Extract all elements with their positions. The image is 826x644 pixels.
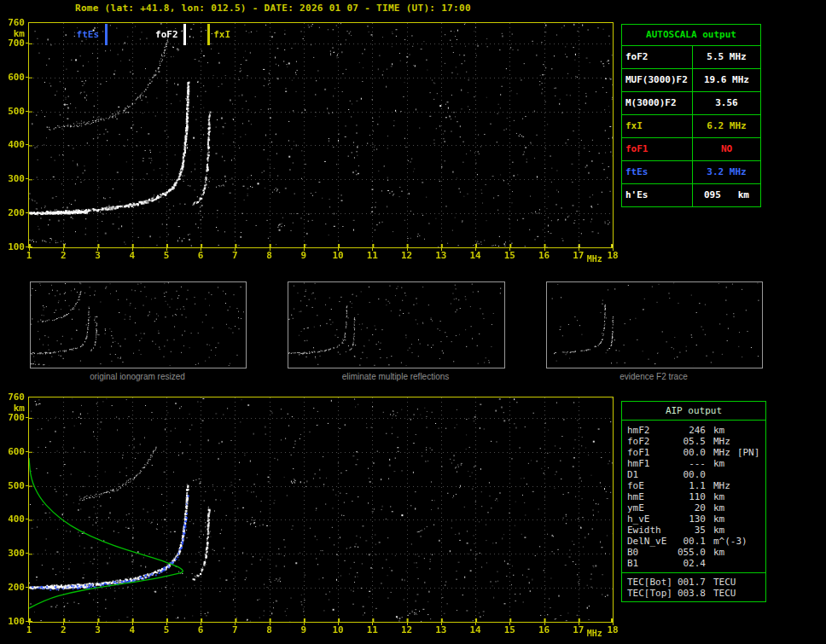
aip-row-unit bbox=[706, 558, 713, 569]
x-tick-mark bbox=[29, 248, 30, 251]
autoscala-rows: foF25.5 MHzMUF(3000)F219.6 MHzM(3000)F23… bbox=[622, 46, 760, 206]
x-tick-mark bbox=[97, 248, 98, 251]
autoscala-row-value: 5.5 MHz bbox=[693, 46, 760, 68]
aip-panel-title: AIP output bbox=[622, 402, 765, 421]
autoscala-row-value: 095 km bbox=[693, 184, 760, 206]
aip-row-label: foF2 bbox=[627, 436, 677, 447]
aip-row-unit: km bbox=[706, 458, 724, 469]
aip-row-unit: MHz bbox=[706, 480, 730, 491]
y-tick-label: 600 bbox=[1, 447, 25, 457]
marker-bar-ftEs bbox=[105, 24, 108, 45]
x-tick-label: 16 bbox=[538, 251, 551, 261]
x-tick-mark bbox=[613, 623, 614, 625]
y-tick-label: 100 bbox=[1, 242, 25, 252]
ionogram-plot-top: ftEsfoF2fxI bbox=[28, 22, 614, 248]
x-tick-mark bbox=[270, 623, 270, 625]
x-tick-label: 4 bbox=[125, 251, 139, 261]
y-tick-label: 200 bbox=[1, 208, 25, 218]
aip-row-unit bbox=[706, 469, 713, 480]
aip-row-value: 05.5 bbox=[677, 436, 706, 447]
aip-row-label: hmF1 bbox=[627, 458, 677, 469]
x-tick-mark bbox=[63, 623, 64, 625]
x-tick-mark bbox=[579, 623, 579, 625]
x-tick-label: 5 bbox=[160, 625, 173, 635]
thumbnail-f2-trace bbox=[546, 281, 763, 368]
y-tick-label: 400 bbox=[1, 514, 25, 525]
x-tick-label: 3 bbox=[90, 625, 104, 635]
x-tick-mark bbox=[509, 248, 510, 251]
thumbnail-caption-no-multiples: eliminate multiple reflections bbox=[288, 372, 503, 381]
x-tick-label: 15 bbox=[503, 625, 516, 635]
thumbnail-no-multiple-reflections bbox=[288, 281, 505, 368]
aip-row-value: 110 bbox=[677, 491, 706, 502]
aip-row-label: Ewidth bbox=[627, 525, 677, 536]
autoscala-row-value: 3.56 bbox=[693, 92, 760, 114]
aip-row-label: hmE bbox=[627, 491, 677, 502]
x-tick-label: 15 bbox=[503, 251, 516, 261]
y-tick-label: 100 bbox=[1, 617, 25, 627]
aip-row-value: 00.1 bbox=[677, 536, 706, 547]
autoscala-row-label: h'Es bbox=[622, 184, 693, 206]
y-tick-label: 400 bbox=[1, 140, 25, 150]
aip-row-label: B0 bbox=[627, 547, 677, 558]
aip-row-unit: km bbox=[706, 502, 724, 513]
thumbnail-f2-trace-canvas bbox=[547, 282, 760, 366]
thumbnail-original-ionogram bbox=[30, 281, 247, 368]
x-tick-mark bbox=[97, 623, 98, 625]
x-tick-label: 12 bbox=[400, 251, 414, 261]
ionogram-top-canvas bbox=[29, 23, 613, 247]
x-tick-label: 7 bbox=[228, 251, 241, 261]
aip-row-unit: km bbox=[706, 491, 724, 502]
aip-row-label: D1 bbox=[627, 469, 677, 480]
x-tick-label: 14 bbox=[468, 251, 482, 261]
y-tick-label: 300 bbox=[1, 174, 25, 184]
y-axis-unit: km bbox=[1, 29, 25, 39]
autoscala-row-value: NO bbox=[693, 138, 760, 160]
aip-row-value: 00.0 bbox=[677, 447, 706, 458]
x-tick-label: 9 bbox=[297, 625, 311, 635]
aip-row-Ewidth: Ewidth35km bbox=[627, 525, 762, 536]
aip-row-value: 35 bbox=[677, 525, 706, 536]
x-tick-mark bbox=[509, 623, 510, 625]
x-tick-label: 4 bbox=[125, 625, 139, 635]
y-tick-label: 500 bbox=[1, 481, 25, 491]
x-tick-mark bbox=[63, 248, 64, 251]
x-tick-mark bbox=[270, 248, 270, 251]
autoscala-row-foF1: foF1NO bbox=[622, 138, 760, 161]
thumbnail-original-canvas bbox=[31, 282, 244, 366]
aip-rows: hmF2246kmfoF205.5MHzfoF100.0MHz[PN]hmF1-… bbox=[622, 421, 765, 599]
x-tick-label: 1 bbox=[22, 625, 36, 635]
autoscala-row-label: foF2 bbox=[622, 46, 693, 68]
aip-row-TEC[Bot]: TEC[Bot]001.7TECU bbox=[627, 577, 762, 588]
x-tick-label: 18 bbox=[606, 625, 620, 635]
x-tick-label: 1 bbox=[22, 251, 36, 261]
x-tick-label: 17 bbox=[572, 251, 585, 261]
aip-separator bbox=[622, 572, 765, 573]
aip-row-unit: m^(-3) bbox=[706, 536, 747, 547]
ionogram-bottom-canvas bbox=[29, 397, 613, 622]
x-tick-label: 8 bbox=[263, 251, 276, 261]
aip-row-DelN_vE: DelN_vE00.1m^(-3) bbox=[627, 536, 762, 547]
autoscala-row-label: MUF(3000)F2 bbox=[622, 69, 693, 91]
aip-row-label: ymE bbox=[627, 502, 677, 513]
x-tick-mark bbox=[613, 248, 614, 251]
aip-row-hmF1: hmF1---km bbox=[627, 458, 762, 469]
aip-row-value: 02.4 bbox=[677, 558, 706, 569]
autoscala-row-value: 19.6 MHz bbox=[693, 69, 760, 91]
aip-row-foF1: foF100.0MHz[PN] bbox=[627, 447, 762, 458]
aip-row-value: 20 bbox=[677, 502, 706, 513]
aip-row-unit: km bbox=[706, 525, 724, 536]
x-tick-mark bbox=[166, 248, 167, 251]
aip-row-h_vE: h_vE130km bbox=[627, 513, 762, 525]
y-axis-unit: km bbox=[1, 403, 25, 414]
x-tick-label: 18 bbox=[606, 251, 620, 261]
aip-row-ymE: ymE20km bbox=[627, 502, 762, 513]
aip-row-label: TEC[Top] bbox=[627, 588, 677, 599]
aip-row-value: 1.1 bbox=[677, 480, 706, 491]
aip-row-value: 246 bbox=[677, 425, 706, 436]
autoscala-window: Rome (lat: +41.8, lon: 012.5) - DATE: 20… bbox=[0, 0, 826, 644]
x-tick-label: 6 bbox=[194, 625, 207, 635]
autoscala-row-value: 3.2 MHz bbox=[693, 161, 760, 183]
autoscala-panel-title: AUTOSCALA output bbox=[622, 25, 760, 46]
page-title: Rome (lat: +41.8, lon: 012.5) - DATE: 20… bbox=[75, 3, 471, 14]
